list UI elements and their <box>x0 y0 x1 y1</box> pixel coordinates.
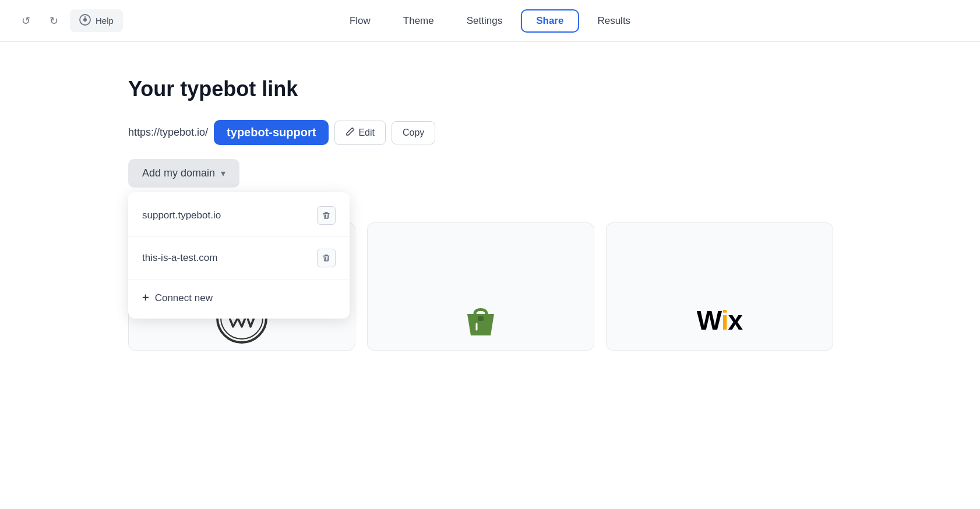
url-row: https://typebot.io/ typebot-support Edit… <box>128 120 980 145</box>
page-title: Your typebot link <box>128 77 980 101</box>
redo-button[interactable]: ↻ <box>42 9 65 33</box>
nav-theme[interactable]: Theme <box>389 10 448 31</box>
connect-new-item[interactable]: + Connect new <box>128 282 350 314</box>
help-label: Help <box>96 16 114 26</box>
url-base: https://typebot.io/ <box>128 126 208 139</box>
edit-button[interactable]: Edit <box>334 121 386 145</box>
dropdown-divider-2 <box>128 279 350 280</box>
domain-container: Add my domain ▾ support.typebot.io this-… <box>128 159 239 188</box>
pencil-icon <box>346 127 355 139</box>
header-nav: Flow Theme Settings Share Results <box>336 9 644 33</box>
nav-results[interactable]: Results <box>583 10 644 31</box>
domain-item-1[interactable]: support.typebot.io <box>128 197 350 234</box>
help-circle-icon <box>79 14 91 27</box>
domain-name-2: this-is-a-test.com <box>142 252 217 264</box>
copy-button[interactable]: Copy <box>392 121 435 144</box>
plus-icon: + <box>142 291 149 305</box>
undo-icon: ↺ <box>22 15 30 27</box>
domain-name-1: support.typebot.io <box>142 210 221 221</box>
svg-rect-4 <box>478 316 484 321</box>
chevron-down-icon: ▾ <box>221 168 225 179</box>
domain-dropdown: support.typebot.io this-is-a-test.com <box>128 192 350 319</box>
edit-label: Edit <box>358 128 375 138</box>
delete-domain-1-button[interactable] <box>317 206 336 225</box>
url-slug[interactable]: typebot-support <box>214 120 329 145</box>
domain-item-2[interactable]: this-is-a-test.com <box>128 239 350 277</box>
add-domain-button[interactable]: Add my domain ▾ <box>128 159 239 188</box>
nav-share[interactable]: Share <box>521 9 579 33</box>
undo-button[interactable]: ↺ <box>14 9 37 33</box>
header-left: ↺ ↻ Help <box>14 9 123 33</box>
add-domain-label: Add my domain <box>142 167 215 179</box>
redo-icon: ↻ <box>50 15 58 27</box>
help-button[interactable]: Help <box>70 9 123 32</box>
wix-card[interactable]: Wix <box>606 222 833 351</box>
main-content: Your typebot link https://typebot.io/ ty… <box>0 42 980 351</box>
nav-settings[interactable]: Settings <box>453 10 516 31</box>
dropdown-divider-1 <box>128 236 350 237</box>
nav-flow[interactable]: Flow <box>336 10 385 31</box>
delete-domain-2-button[interactable] <box>317 249 336 267</box>
header: ↺ ↻ Help Flow Theme Settings Share Resul… <box>0 0 980 42</box>
wix-logo-text: Wix <box>697 305 742 336</box>
shopify-card[interactable] <box>367 222 594 351</box>
connect-new-label: Connect new <box>155 292 213 304</box>
